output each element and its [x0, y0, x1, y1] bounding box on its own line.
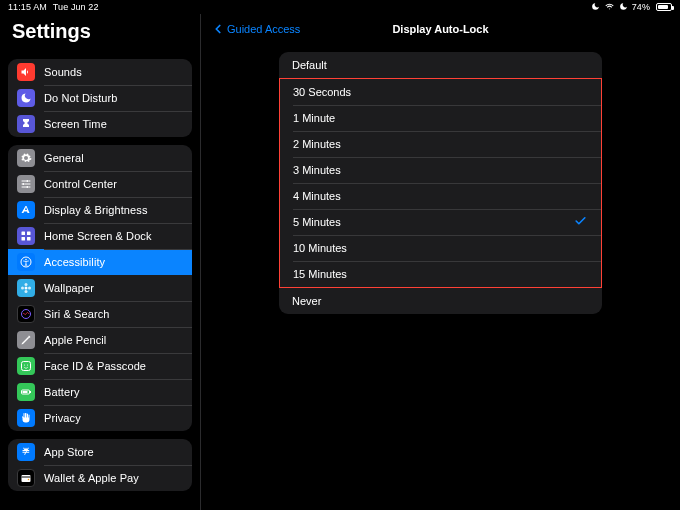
option-label: 2 Minutes — [293, 138, 341, 150]
sidebar-item-label: Apple Pencil — [44, 334, 106, 346]
svg-point-23 — [28, 479, 30, 481]
svg-point-9 — [25, 287, 28, 290]
sidebar-item-label: Do Not Disturb — [44, 92, 118, 104]
chevron-left-icon — [211, 22, 225, 36]
svg-rect-21 — [22, 475, 31, 482]
svg-point-2 — [27, 186, 29, 188]
sidebar-item-label: Display & Brightness — [44, 204, 148, 216]
autolock-option-cell[interactable]: 15 Minutes — [280, 261, 601, 287]
svg-point-16 — [24, 365, 25, 366]
back-label: Guided Access — [227, 23, 300, 35]
svg-point-13 — [28, 287, 31, 290]
accessibility-icon — [17, 253, 35, 271]
status-date: Tue Jun 22 — [53, 2, 99, 12]
sounds-icon — [17, 63, 35, 81]
faceid-icon — [17, 357, 35, 375]
svg-point-1 — [23, 183, 25, 185]
svg-rect-15 — [22, 362, 31, 371]
sidebar-item-label: General — [44, 152, 84, 164]
detail-title: Display Auto-Lock — [392, 23, 488, 35]
moon-icon — [619, 2, 628, 13]
sidebar-item-siri[interactable]: Siri & Search — [8, 301, 192, 327]
option-label: 4 Minutes — [293, 190, 341, 202]
sidebar-item-controlcenter[interactable]: Control Center — [8, 171, 192, 197]
svg-rect-5 — [22, 237, 26, 241]
battery-percent: 74% — [632, 2, 650, 12]
autolock-option-cell[interactable]: 10 Minutes — [280, 235, 601, 261]
battery-icon — [17, 383, 35, 401]
sidebar-item-applepencil[interactable]: Apple Pencil — [8, 327, 192, 353]
sidebar-item-label: Wallet & Apple Pay — [44, 472, 139, 484]
sidebar-item-battery[interactable]: Battery — [8, 379, 192, 405]
settings-sidebar: Settings SoundsDo Not DisturbScreen Time… — [0, 14, 201, 510]
homescreen-icon — [17, 227, 35, 245]
screentime-icon — [17, 115, 35, 133]
status-bar: 11:15 AM Tue Jun 22 74% — [0, 0, 680, 14]
siri-icon — [17, 305, 35, 323]
svg-rect-20 — [30, 391, 31, 393]
svg-point-11 — [25, 290, 28, 293]
sidebar-item-homescreen[interactable]: Home Screen & Dock — [8, 223, 192, 249]
wifi-icon — [604, 2, 615, 13]
privacy-icon — [17, 409, 35, 427]
sidebar-item-dnd[interactable]: Do Not Disturb — [8, 85, 192, 111]
sidebar-item-label: Sounds — [44, 66, 82, 78]
sidebar-item-label: Siri & Search — [44, 308, 110, 320]
option-label: 15 Minutes — [293, 268, 347, 280]
svg-point-17 — [27, 365, 28, 366]
autolock-option-cell[interactable]: 2 Minutes — [280, 131, 601, 157]
sidebar-item-label: Battery — [44, 386, 80, 398]
autolock-default-cell[interactable]: Default — [279, 52, 602, 78]
sidebar-item-sounds[interactable]: Sounds — [8, 59, 192, 85]
applepencil-icon — [17, 331, 35, 349]
sidebar-item-wallpaper[interactable]: Wallpaper — [8, 275, 192, 301]
autolock-option-cell[interactable]: 3 Minutes — [280, 157, 601, 183]
svg-rect-3 — [22, 232, 26, 236]
svg-point-8 — [25, 259, 27, 261]
dnd-status-icon — [591, 2, 600, 13]
sidebar-item-appstore[interactable]: App Store — [8, 439, 192, 465]
general-icon — [17, 149, 35, 167]
detail-pane: Guided Access Display Auto-Lock Default3… — [201, 14, 680, 510]
svg-point-10 — [25, 283, 28, 286]
sidebar-list[interactable]: SoundsDo Not DisturbScreen TimeGeneralCo… — [0, 51, 200, 510]
sidebar-item-label: Accessibility — [44, 256, 105, 268]
sidebar-item-label: Screen Time — [44, 118, 107, 130]
option-label: 1 Minute — [293, 112, 335, 124]
default-label: Default — [292, 59, 327, 71]
option-label: 5 Minutes — [293, 216, 341, 228]
svg-point-0 — [27, 180, 29, 182]
sidebar-item-screentime[interactable]: Screen Time — [8, 111, 192, 137]
sidebar-item-label: Privacy — [44, 412, 81, 424]
option-label: 30 Seconds — [293, 86, 351, 98]
svg-rect-22 — [22, 477, 31, 478]
svg-rect-4 — [27, 232, 31, 236]
checkmark-icon — [574, 215, 587, 230]
display-icon — [17, 201, 35, 219]
sidebar-item-faceid[interactable]: Face ID & Passcode — [8, 353, 192, 379]
autolock-option-cell[interactable]: 5 Minutes — [280, 209, 601, 235]
sidebar-item-label: Control Center — [44, 178, 117, 190]
back-button[interactable]: Guided Access — [211, 22, 300, 36]
sidebar-item-label: Home Screen & Dock — [44, 230, 152, 242]
appstore-icon — [17, 443, 35, 461]
autolock-option-cell[interactable]: 4 Minutes — [280, 183, 601, 209]
controlcenter-icon — [17, 175, 35, 193]
svg-rect-19 — [23, 391, 28, 393]
sidebar-item-label: Face ID & Passcode — [44, 360, 146, 372]
page-title: Settings — [12, 20, 91, 43]
sidebar-item-display[interactable]: Display & Brightness — [8, 197, 192, 223]
sidebar-item-privacy[interactable]: Privacy — [8, 405, 192, 431]
sidebar-item-label: App Store — [44, 446, 94, 458]
svg-rect-6 — [27, 237, 31, 241]
autolock-never-cell[interactable]: Never — [279, 288, 602, 314]
sidebar-item-wallet[interactable]: Wallet & Apple Pay — [8, 465, 192, 491]
status-time: 11:15 AM — [8, 2, 47, 12]
autolock-option-list: Default30 Seconds1 Minute2 Minutes3 Minu… — [279, 52, 602, 314]
sidebar-item-accessibility[interactable]: Accessibility — [8, 249, 192, 275]
battery-icon — [656, 3, 672, 11]
sidebar-item-label: Wallpaper — [44, 282, 94, 294]
autolock-option-cell[interactable]: 30 Seconds — [280, 79, 601, 105]
sidebar-item-general[interactable]: General — [8, 145, 192, 171]
autolock-option-cell[interactable]: 1 Minute — [280, 105, 601, 131]
